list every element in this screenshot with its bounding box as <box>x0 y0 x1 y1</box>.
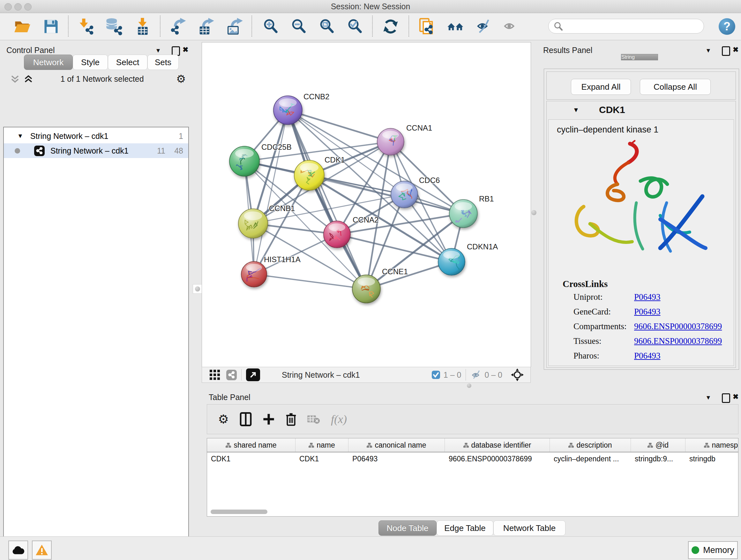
expand-all-button[interactable]: Expand All <box>571 79 631 95</box>
network-node-ccne1[interactable] <box>352 275 381 303</box>
control-panel-float-button[interactable]: ▾ <box>156 46 160 55</box>
export-network-button[interactable] <box>169 17 188 36</box>
horizontal-splitter-grip[interactable] <box>465 383 474 388</box>
network-collection-row[interactable]: ▼ String Network – cdk1 1 <box>4 129 188 143</box>
import-network-file-button[interactable] <box>77 17 96 36</box>
protein-disclosure-icon[interactable]: ▼ <box>573 106 579 114</box>
network-node-cdc25b[interactable] <box>229 146 259 176</box>
table-column-header[interactable]: shared name <box>207 438 295 452</box>
table-column-header[interactable]: namespace <box>685 438 738 452</box>
table-cell[interactable]: cyclin–dependent ... <box>550 452 631 466</box>
network-node-cdc6[interactable] <box>391 181 418 208</box>
table-cell[interactable]: P06493 <box>348 452 445 466</box>
results-panel-float-button[interactable]: ▾ <box>706 46 710 55</box>
export-image-button[interactable] <box>225 17 245 36</box>
crosslink-link[interactable]: 9606.ENSP00000378699 <box>634 321 722 331</box>
tab-node-table[interactable]: Node Table <box>379 520 436 536</box>
table-cell[interactable]: CDK1 <box>295 452 348 466</box>
table-settings-gear-button[interactable]: ⚙ <box>218 412 229 426</box>
network-edge[interactable] <box>288 110 391 142</box>
tab-select[interactable]: Select <box>108 55 147 70</box>
network-canvas[interactable]: CCNB2CCNA1CDC25BCDK1CDC6RB1CCNB1CCNA2CDK… <box>202 42 531 367</box>
delete-table-button[interactable] <box>307 414 320 424</box>
network-node-ccnb2[interactable] <box>273 96 302 125</box>
table-row[interactable]: CDK1CDK1P064939606.ENSP00000378699cyclin… <box>207 452 738 466</box>
warnings-button[interactable] <box>32 541 52 560</box>
help-button[interactable]: ? <box>719 18 735 35</box>
network-edge[interactable] <box>245 161 404 194</box>
show-columns-button[interactable] <box>240 412 252 426</box>
clone-network-button[interactable] <box>417 17 436 36</box>
export-table-button[interactable] <box>197 17 216 36</box>
expand-tree-button[interactable] <box>11 75 19 83</box>
network-node-hist1h1a[interactable] <box>241 261 267 287</box>
refresh-network-button[interactable] <box>381 17 400 36</box>
table-panel-close-button[interactable]: ✖ <box>733 393 738 401</box>
collapse-all-button[interactable]: Collapse All <box>640 79 711 95</box>
tab-sets[interactable]: Sets <box>147 55 179 70</box>
crosslink-link[interactable]: P06493 <box>634 351 661 361</box>
tab-network-table[interactable]: Network Table <box>493 520 565 536</box>
save-session-button[interactable] <box>42 17 61 36</box>
show-all-button[interactable] <box>500 17 520 36</box>
import-table-file-button[interactable] <box>133 17 152 36</box>
network-node-ccna2[interactable] <box>324 221 350 248</box>
zoom-in-button[interactable] <box>261 17 280 36</box>
navigator-toggle-button[interactable] <box>246 368 260 381</box>
selection-checkbox-icon[interactable] <box>431 370 441 379</box>
network-node-cdk1[interactable] <box>294 160 324 190</box>
network-node-rb1[interactable] <box>449 199 477 228</box>
open-session-button[interactable] <box>13 17 32 36</box>
tab-string[interactable]: String <box>621 54 658 60</box>
delete-column-button[interactable] <box>286 413 296 426</box>
fit-content-button[interactable] <box>317 17 336 36</box>
table-column-header[interactable]: @id <box>631 438 685 452</box>
table-column-header[interactable]: canonical name <box>348 438 445 452</box>
tab-style[interactable]: Style <box>73 55 108 70</box>
network-graph[interactable]: CCNB2CCNA1CDC25BCDK1CDC6RB1CCNB1CCNA2CDK… <box>202 43 531 367</box>
table-cell[interactable]: stringdb:9... <box>631 452 685 466</box>
hide-selected-button[interactable] <box>474 17 493 36</box>
network-edge[interactable] <box>337 234 452 262</box>
crosslink-link[interactable]: P06493 <box>634 292 661 302</box>
table-panel-float-button[interactable]: ▾ <box>706 393 710 401</box>
table-cell[interactable]: CDK1 <box>207 452 295 466</box>
search-input[interactable] <box>566 21 704 31</box>
collapse-tree-button[interactable] <box>24 75 32 83</box>
thumbnail-grid-button[interactable] <box>209 369 220 381</box>
table-cell[interactable]: stringdb <box>685 452 738 466</box>
network-edge[interactable] <box>254 234 337 274</box>
import-network-database-button[interactable] <box>105 17 124 36</box>
control-panel-close-button[interactable]: ✖ <box>183 46 188 54</box>
table-column-header[interactable]: database identifier <box>445 438 550 452</box>
birdseye-crosshair-button[interactable] <box>511 368 524 381</box>
table-column-header[interactable]: description <box>550 438 631 452</box>
add-column-button[interactable] <box>263 413 275 426</box>
cloud-button[interactable] <box>8 541 28 560</box>
network-row-selected[interactable]: String Network – cdk1 11 48 <box>4 143 188 158</box>
crosslink-link[interactable]: P06493 <box>634 307 661 317</box>
tab-network[interactable]: Network <box>24 55 73 70</box>
results-panel-close-button[interactable]: ✖ <box>733 46 738 54</box>
node-label: CDK1 <box>325 155 345 164</box>
disclosure-triangle-icon[interactable]: ▼ <box>17 132 23 139</box>
vertical-splitter-grip[interactable] <box>193 284 202 294</box>
node-table[interactable]: shared namenamecanonical namedatabase id… <box>207 438 738 516</box>
table-horizontal-scrollbar[interactable] <box>211 509 267 514</box>
network-node-cdkn1a[interactable] <box>438 248 465 275</box>
memory-button[interactable]: Memory <box>688 541 738 559</box>
zoom-selected-button[interactable] <box>345 17 364 36</box>
table-panel-maximize-button[interactable] <box>722 393 730 403</box>
table-column-header[interactable]: name <box>295 438 348 452</box>
network-edge[interactable] <box>254 274 366 289</box>
results-panel-maximize-button[interactable] <box>722 46 730 56</box>
tab-edge-table[interactable]: Edge Table <box>436 520 493 536</box>
crosslink-link[interactable]: 9606.ENSP00000378699 <box>634 336 722 346</box>
network-node-ccna1[interactable] <box>377 128 404 155</box>
first-neighbors-button[interactable] <box>446 17 465 36</box>
zoom-out-button[interactable] <box>289 17 308 36</box>
table-cell[interactable]: 9606.ENSP00000378699 <box>445 452 550 466</box>
function-builder-button[interactable]: f(x) <box>331 413 347 426</box>
network-node-ccnb1[interactable] <box>239 209 268 238</box>
network-options-gear-button[interactable]: ⚙ <box>176 72 186 85</box>
